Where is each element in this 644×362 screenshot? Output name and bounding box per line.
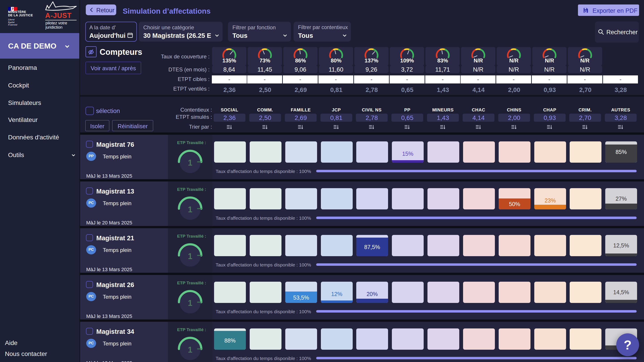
svg-text:1: 1	[188, 158, 192, 167]
svg-text:1: 1	[188, 205, 192, 214]
svg-text:1: 1	[188, 299, 192, 308]
svg-text:1: 1	[188, 345, 192, 355]
svg-text:1: 1	[188, 252, 192, 261]
